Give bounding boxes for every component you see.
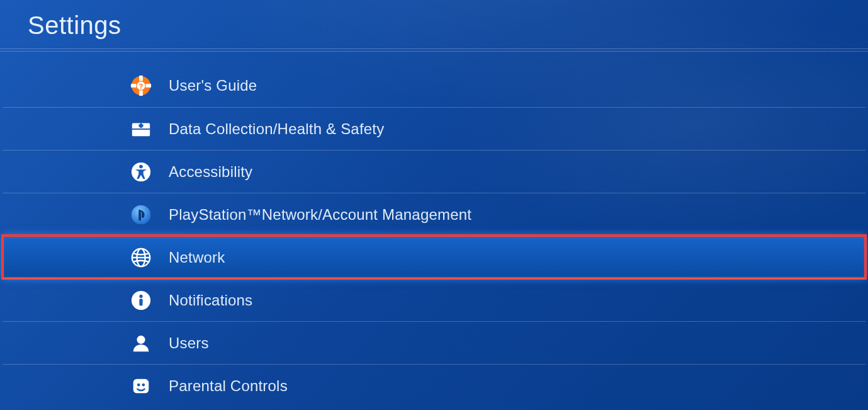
accessibility-icon bbox=[130, 161, 152, 183]
svg-point-18 bbox=[139, 164, 143, 168]
menu-item-label: Users bbox=[169, 334, 209, 352]
menu-item-users-guide[interactable]: ? User's Guide bbox=[3, 64, 865, 107]
page-title: Settings bbox=[0, 0, 868, 48]
svg-point-29 bbox=[137, 383, 140, 386]
svg-rect-8 bbox=[132, 128, 150, 130]
svg-text:+: + bbox=[147, 377, 150, 383]
menu-item-network[interactable]: Network bbox=[3, 236, 865, 278]
menu-item-accessibility[interactable]: Accessibility bbox=[3, 150, 865, 193]
user-icon bbox=[130, 332, 152, 355]
menu-item-label: Network bbox=[169, 249, 225, 266]
svg-rect-5 bbox=[146, 84, 152, 88]
svg-rect-16 bbox=[139, 125, 144, 127]
parental-icon: + bbox=[130, 375, 152, 397]
menu-item-label: Parental Controls bbox=[169, 377, 288, 395]
menu-item-parental-controls[interactable]: + Parental Controls bbox=[3, 364, 865, 407]
svg-rect-4 bbox=[131, 84, 137, 88]
globe-icon bbox=[130, 246, 152, 269]
lifebuoy-icon: ? bbox=[130, 74, 152, 97]
info-icon bbox=[130, 289, 152, 312]
divider bbox=[0, 51, 868, 52]
playstation-icon bbox=[130, 203, 152, 226]
svg-rect-3 bbox=[139, 91, 143, 96]
svg-rect-2 bbox=[139, 76, 143, 81]
svg-point-25 bbox=[139, 294, 142, 297]
menu-item-label: Data Collection/Health & Safety bbox=[169, 120, 384, 138]
svg-point-30 bbox=[142, 383, 145, 386]
svg-rect-26 bbox=[139, 299, 142, 305]
svg-text:?: ? bbox=[138, 83, 143, 90]
menu-item-label: Notifications bbox=[169, 292, 252, 309]
menu-item-data-collection[interactable]: Data Collection/Health & Safety bbox=[3, 107, 865, 150]
menu-item-psn-account[interactable]: PlayStation™Network/Account Management bbox=[3, 193, 865, 236]
settings-menu: ? User's Guide Data Collection/Health & … bbox=[0, 64, 868, 407]
menu-item-notifications[interactable]: Notifications bbox=[3, 278, 865, 321]
menu-item-label: User's Guide bbox=[169, 77, 257, 94]
divider bbox=[0, 48, 868, 49]
menu-item-label: PlayStation™Network/Account Management bbox=[169, 206, 471, 224]
menu-item-users[interactable]: Users bbox=[3, 321, 865, 364]
menu-item-label: Accessibility bbox=[169, 163, 252, 181]
first-aid-icon bbox=[130, 118, 152, 140]
svg-point-27 bbox=[137, 335, 145, 343]
